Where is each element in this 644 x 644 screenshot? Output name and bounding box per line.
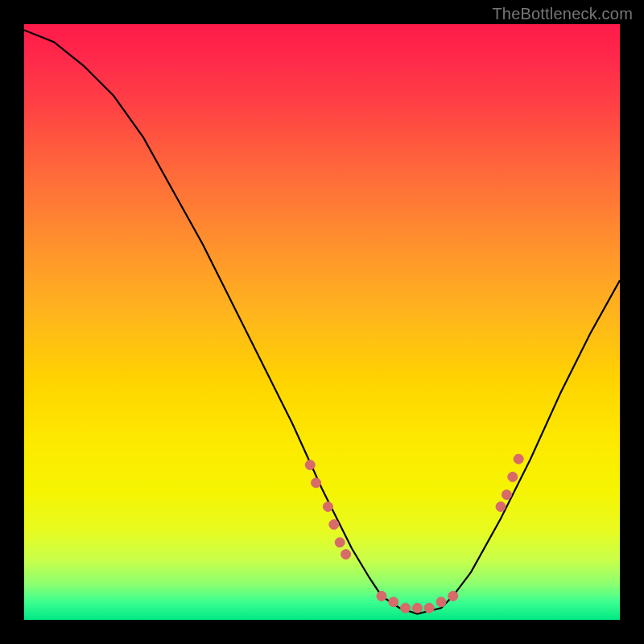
- chart-marker: [508, 472, 518, 481]
- chart-marker: [389, 597, 398, 607]
- watermark-text: TheBottleneck.com: [492, 5, 633, 23]
- bottleneck-curve-line: [24, 30, 620, 613]
- chart-plot-area: [24, 24, 620, 620]
- chart-marker: [312, 478, 321, 488]
- chart-marker: [424, 603, 434, 613]
- chart-marker: [341, 550, 351, 559]
- chart-marker: [401, 603, 411, 613]
- chart-marker: [323, 502, 332, 511]
- chart-marker: [335, 538, 345, 547]
- chart-marker: [329, 520, 339, 530]
- chart-marker: [448, 591, 458, 601]
- chart-svg: [24, 24, 620, 620]
- chart-markers: [305, 454, 523, 613]
- chart-marker: [502, 490, 511, 500]
- chart-marker: [305, 460, 315, 470]
- chart-marker: [496, 502, 506, 511]
- chart-marker: [377, 591, 386, 601]
- chart-marker: [412, 603, 422, 613]
- chart-marker: [436, 597, 446, 607]
- chart-marker: [514, 454, 523, 464]
